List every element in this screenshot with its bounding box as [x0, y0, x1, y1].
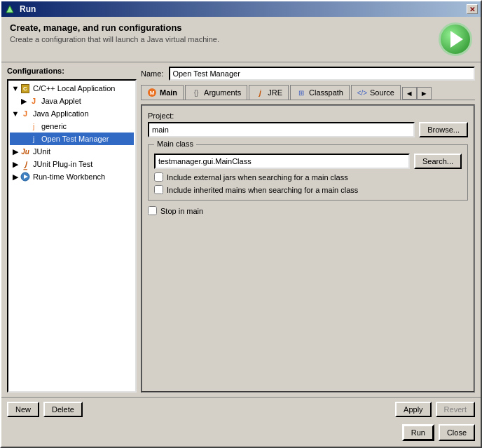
final-buttons: Run Close — [1, 421, 481, 447]
generic-icon: j — [28, 121, 39, 132]
bottom-buttons: New Delete Apply Revert — [1, 397, 481, 421]
configurations-label: Configurations: — [7, 67, 137, 75]
delete-button[interactable]: Delete — [43, 402, 83, 417]
tab-source-label: Source — [370, 88, 394, 97]
source-tab-icon: </> — [357, 88, 367, 97]
checkbox-external-jars-label: Include external jars when searching for… — [167, 173, 348, 182]
tab-source[interactable]: </> Source — [351, 85, 401, 100]
tree-item-label-junit-plugin: JUnit Plug-in Test — [33, 160, 92, 168]
tab-arguments-label: Arguments — [204, 88, 241, 97]
main-tab-icon: M — [147, 88, 157, 97]
revert-button[interactable]: Revert — [436, 402, 475, 417]
checkbox-inherited-mains-label: Include inherited mains when searching f… — [167, 186, 358, 194]
checkbox-external-jars-row: Include external jars when searching for… — [154, 172, 462, 182]
run-button[interactable]: Run — [402, 424, 434, 441]
checkbox-inherited-mains[interactable] — [154, 185, 163, 194]
tab-scroll-right[interactable]: ► — [417, 87, 432, 100]
project-label: Project: — [148, 111, 468, 120]
tree-item-generic[interactable]: j generic — [10, 120, 134, 133]
play-triangle — [450, 31, 463, 48]
tree-item-label-java-app: Java Application — [33, 109, 89, 118]
header-area: Create, manage, and run configurations C… — [1, 17, 481, 62]
window-icon — [4, 4, 15, 15]
tree-item-java-app[interactable]: ▼ J Java Application — [10, 107, 134, 120]
tree-item-cpp[interactable]: ▼ C C/C++ Local Application — [10, 82, 134, 95]
project-group: Project: Browse... — [148, 111, 468, 137]
run-dialog: Run ✕ Create, manage, and run configurat… — [0, 0, 482, 448]
svg-marker-0 — [6, 6, 13, 13]
config-area: Project: Browse... Main class Search... — [141, 104, 475, 393]
browse-button[interactable]: Browse... — [419, 122, 468, 137]
java-applet-icon: J — [28, 95, 39, 107]
name-row: Name: — [141, 67, 475, 81]
stop-in-main-label: Stop in main — [160, 207, 203, 215]
tree-item-label-runtime: Run-time Workbench — [33, 172, 105, 181]
apply-button[interactable]: Apply — [395, 402, 432, 417]
java-app-icon: J — [20, 108, 31, 119]
checkbox-stop-in-main[interactable] — [148, 206, 157, 215]
title-bar: Run ✕ — [1, 1, 481, 17]
cpp-icon: C — [20, 83, 31, 94]
right-panel: Name: M Main {} Arguments — [141, 67, 475, 393]
open-test-manager-icon: j — [28, 133, 39, 144]
new-button[interactable]: New — [7, 402, 39, 417]
close-button-titlebar[interactable]: ✕ — [467, 4, 478, 14]
jre-tab-icon: j — [255, 88, 265, 97]
tree-item-label-java-applet: Java Applet — [41, 97, 81, 105]
tab-main-label: Main — [160, 88, 177, 97]
checkbox-inherited-mains-row: Include inherited mains when searching f… — [154, 185, 462, 194]
stop-in-main-row: Stop in main — [148, 206, 468, 215]
junit-plugin-icon: J̲ — [20, 158, 31, 170]
tree-item-label-generic: generic — [41, 122, 67, 130]
tab-jre[interactable]: j JRE — [249, 85, 289, 100]
name-label: Name: — [141, 69, 163, 78]
tab-jre-label: JRE — [268, 88, 282, 97]
header-title: Create, manage, and run configurations — [10, 22, 219, 33]
tree-item-label-cpp: C/C++ Local Application — [33, 84, 115, 93]
main-content: Configurations: ▼ C C/C++ Local Applicat… — [1, 62, 481, 397]
left-panel: Configurations: ▼ C C/C++ Local Applicat… — [7, 67, 137, 393]
tree-item-label-junit: JUnit — [33, 147, 50, 156]
tab-arguments[interactable]: {} Arguments — [185, 85, 247, 100]
runtime-icon — [20, 171, 31, 182]
args-tab-icon: {} — [191, 88, 201, 97]
tabs-bar: M Main {} Arguments j JRE — [141, 85, 475, 100]
project-input[interactable] — [148, 122, 415, 137]
tree-item-label-open-test-manager: Open Test Manager — [41, 135, 109, 143]
tree-item-open-test-manager[interactable]: j Open Test Manager — [10, 133, 134, 145]
tab-scroll-left[interactable]: ◄ — [402, 87, 417, 100]
junit-icon: Ju — [20, 146, 31, 157]
main-class-input[interactable] — [154, 154, 410, 169]
main-class-group-label: Main class — [154, 140, 196, 148]
tree-item-junit[interactable]: ▶ Ju JUnit — [10, 145, 134, 158]
tree-item-java-applet[interactable]: ▶ J Java Applet — [10, 95, 134, 107]
tree-item-runtime[interactable]: ▶ Run-time Workbench — [10, 170, 134, 183]
search-button[interactable]: Search... — [414, 154, 462, 169]
header-subtitle: Create a configuration that will launch … — [10, 35, 219, 43]
configurations-tree: ▼ C C/C++ Local Application ▶ J Java App… — [7, 79, 137, 393]
name-input[interactable] — [169, 67, 475, 81]
close-final-button[interactable]: Close — [439, 424, 475, 441]
tab-classpath[interactable]: ⊞ Classpath — [290, 85, 350, 100]
checkbox-external-jars[interactable] — [154, 172, 163, 182]
main-class-group: Main class Search... Include external ja… — [148, 144, 468, 201]
run-icon — [439, 22, 472, 56]
classpath-tab-icon: ⊞ — [296, 88, 306, 97]
tab-main[interactable]: M Main — [141, 85, 184, 100]
tree-item-junit-plugin[interactable]: ▶ J̲ JUnit Plug-in Test — [10, 158, 134, 170]
tab-classpath-label: Classpath — [309, 88, 343, 97]
window-title: Run — [20, 4, 36, 14]
